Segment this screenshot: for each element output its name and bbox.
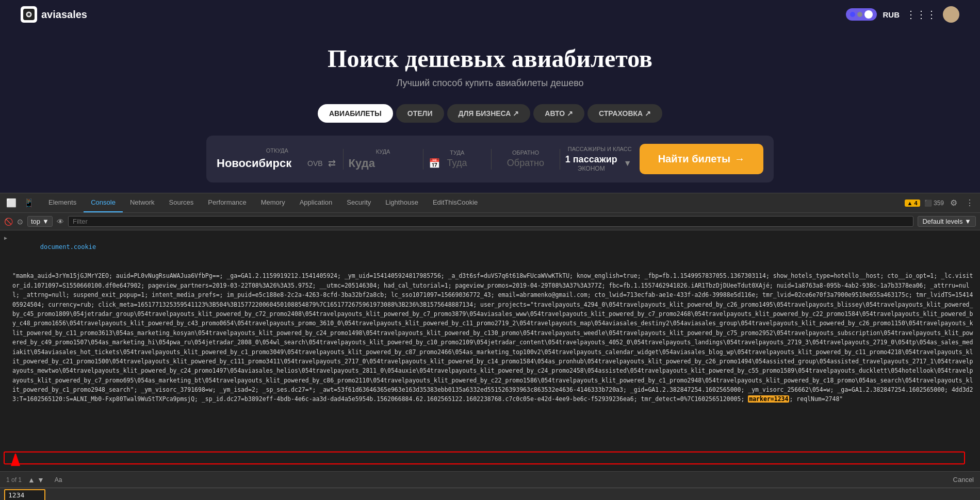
devtools-toolbar: ⬜ 📱 Elements Console Network Sources Per… (0, 193, 980, 213)
level-selector[interactable]: Default levels ▼ (918, 216, 976, 227)
tab-lighthouse[interactable]: Lighthouse (378, 193, 426, 212)
bottom-status-bar (0, 488, 980, 500)
search-next-button[interactable]: ▼ (37, 476, 44, 484)
tab-application[interactable]: Application (292, 193, 340, 212)
theme-toggle[interactable] (846, 8, 877, 21)
class-value: ЭКОНОМ (565, 165, 617, 172)
search-prev-button[interactable]: ▲ (28, 476, 35, 484)
tab-elements[interactable]: Elements (41, 193, 84, 212)
from-field: ОТКУДА OVB ⇄ (217, 147, 338, 171)
tab-aviabilety[interactable]: АВИАБИЛЕТЫ (318, 104, 393, 123)
warning-badge: ▲ 4 (905, 199, 920, 207)
to-field: КУДА (349, 148, 418, 170)
tab-avto[interactable]: АВТО ↗ (533, 104, 584, 123)
date-forward-field[interactable]: ТУДА 📅 Туда (429, 149, 486, 169)
devtools-panel: ⬜ 📱 Elements Console Network Sources Per… (0, 193, 980, 500)
more-options-icon[interactable]: ⋮ (963, 196, 976, 210)
search-arrow-icon: → (734, 153, 745, 165)
tab-oteli[interactable]: ОТЕЛИ (396, 104, 444, 123)
context-arrow: ▼ (42, 218, 49, 225)
to-label: КУДА (349, 148, 418, 155)
hero-section: Поиск дешевых авиабилетов Лучший способ … (0, 29, 980, 193)
tab-sources[interactable]: Sources (162, 193, 201, 212)
devtools-icons: ⬜ 📱 (4, 196, 36, 210)
from-label: ОТКУДА (217, 147, 338, 154)
settings-icon[interactable]: ⚙ (948, 196, 959, 210)
from-input[interactable] (217, 157, 304, 170)
devtools-search-bar: 1 of 1 ▲ ▼ Aa Cancel (0, 471, 980, 488)
console-text: document.cookie (10, 233, 976, 261)
tab-dlya-biznesa[interactable]: ДЛЯ БИЗНЕСА ↗ (447, 104, 531, 123)
hero-title: Поиск дешевых авиабилетов (10, 44, 970, 73)
tab-console[interactable]: Console (84, 193, 123, 212)
svg-point-2 (27, 13, 30, 16)
console-line: ▶ document.cookie (0, 232, 980, 261)
preserve-log-icon[interactable]: ⊙ (17, 218, 23, 226)
apps-icon[interactable]: ⋮⋮⋮ (906, 8, 937, 21)
cookie-output-line: "mamka_auid=3rYm15jGJMrY2EO; auid=PL0vNu… (0, 261, 980, 414)
error-badge: ⬛ 359 (924, 199, 944, 207)
logo-text: aviasales (41, 9, 87, 21)
search-button[interactable]: Найти билеты → (640, 144, 763, 174)
console-output[interactable]: ▶ document.cookie "mamka_auid=3rYm15jGJM… (0, 230, 980, 471)
calendar-icon: 📅 (429, 158, 440, 169)
device-icon[interactable]: 📱 (22, 196, 36, 210)
date-back-value: Обратно (497, 158, 554, 169)
search-result-count: 1 of 1 (6, 476, 22, 484)
date-back-label: ОБРАТНО (497, 149, 554, 156)
bottom-search-input[interactable] (4, 489, 45, 500)
devtools-right-icons: ▲ 4 ⬛ 359 ⚙ ⋮ (905, 196, 976, 210)
passengers-label: ПАССАЖИРЫ И КЛАСС (565, 146, 634, 152)
cookie-text: "mamka_auid=3rYm15jGJMrY2EO; auid=PL0vNu… (12, 262, 976, 413)
passengers-value: 1 пассажир (565, 154, 617, 165)
tab-performance[interactable]: Performance (201, 193, 253, 212)
logo-area: aviasales (21, 6, 87, 23)
header-right: RUB ⋮⋮⋮ (846, 6, 960, 23)
tab-strakhovka[interactable]: СТРАХОВКА ↗ (587, 104, 662, 123)
search-bar: ОТКУДА OVB ⇄ КУДА ТУДА 📅 Туда ОБРАТНО Об… (206, 136, 774, 182)
devtools-tabs: Elements Console Network Sources Perform… (41, 193, 485, 212)
tab-network[interactable]: Network (123, 193, 162, 212)
chevron-down-icon: ▼ (624, 159, 632, 168)
search-options: Aa (55, 476, 62, 484)
date-back-field[interactable]: ОБРАТНО Обратно (497, 149, 554, 169)
eye-icon[interactable]: 👁 (57, 218, 64, 226)
nav-tabs: АВИАБИЛЕТЫ ОТЕЛИ ДЛЯ БИЗНЕСА ↗ АВТО ↗ СТ… (10, 104, 970, 123)
tab-editthiscookie[interactable]: EditThisCookie (426, 193, 485, 212)
tab-memory[interactable]: Memory (254, 193, 292, 212)
match-case-option[interactable]: Aa (55, 476, 62, 484)
search-nav-buttons: ▲ ▼ (28, 476, 44, 484)
console-filter-bar: 🚫 ⊙ top ▼ 👁 Default levels ▼ (0, 213, 980, 230)
expand-icon[interactable]: ▶ (4, 233, 7, 242)
passengers-field[interactable]: ПАССАЖИРЫ И КЛАСС 1 пассажир ЭКОНОМ ▼ (565, 146, 634, 172)
search-button-label: Найти билеты (658, 153, 730, 165)
svg-rect-3 (4, 452, 965, 464)
site-header: aviasales RUB ⋮⋮⋮ (0, 0, 980, 29)
hero-subtitle: Лучший способ купить авиабилеты дешево (10, 78, 970, 89)
swap-button[interactable]: ⇄ (326, 156, 338, 171)
logo-icon (21, 6, 37, 23)
cancel-search-button[interactable]: Cancel (953, 476, 974, 484)
context-selector[interactable]: top ▼ (27, 216, 53, 227)
console-filter-input[interactable] (68, 216, 914, 227)
date-forward-value: Туда (447, 158, 467, 169)
currency-button[interactable]: RUB (883, 10, 900, 19)
date-forward-label: ТУДА (429, 149, 486, 156)
context-value: top (31, 218, 40, 225)
from-code: OVB (307, 159, 323, 168)
tab-security[interactable]: Security (339, 193, 378, 212)
clear-console-icon[interactable]: 🚫 (4, 218, 13, 226)
inspect-icon[interactable]: ⬜ (4, 196, 19, 210)
avatar[interactable] (943, 6, 959, 23)
to-input[interactable] (349, 157, 418, 170)
